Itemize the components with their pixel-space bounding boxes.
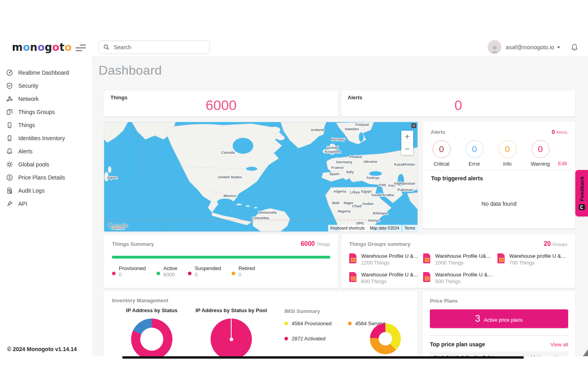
alerts-edit-link[interactable]: Edit <box>558 160 567 166</box>
imsi-donut[interactable] <box>370 323 401 354</box>
map-label-france: France <box>331 165 344 170</box>
sim-card-icon <box>349 272 357 284</box>
alert-category-warning[interactable]: 0Warning <box>530 140 551 167</box>
network-icon <box>6 95 13 102</box>
alert-category-info[interactable]: 0Info <box>497 140 518 167</box>
alerts-stat-card[interactable]: Alerts 0 <box>341 91 575 116</box>
zoom-in-button[interactable]: + <box>401 131 413 143</box>
group-count: 1000 Things <box>435 260 493 266</box>
feedback-logo-icon <box>579 204 585 210</box>
api-icon <box>6 200 13 207</box>
map-grid-icon[interactable] <box>411 123 416 130</box>
ip-status-chart-title: IP Address by Status <box>112 307 191 313</box>
alert-categories: 0Critical0Error0Info0Warning <box>431 140 551 167</box>
alert-count-circle: 0 <box>466 140 484 158</box>
things-stat-value: 6000 <box>104 97 338 113</box>
bottom-edge-bar <box>122 356 524 359</box>
group-count: 500 Things <box>435 278 493 284</box>
things-group-item[interactable]: Warehouse Profile U & E (10.0...1200 Thi… <box>349 253 419 266</box>
sim-card-icon <box>497 253 505 265</box>
sidebar-item-audit-logs[interactable]: Audit Logs <box>0 184 92 197</box>
map-label-venezuela: Venezuela <box>259 210 277 214</box>
sidebar-item-security[interactable]: Security <box>0 79 92 92</box>
search-input[interactable] <box>113 44 205 51</box>
alert-category-critical[interactable]: 0Critical <box>431 140 452 167</box>
view-all-link[interactable]: View all <box>550 342 568 348</box>
monogoto-logo[interactable]: monogoto <box>12 42 72 52</box>
legend-dot <box>232 272 235 275</box>
divider <box>430 335 568 336</box>
sidebar-item-things-groups[interactable]: Things Groups <box>0 105 92 118</box>
sidebar-item-label: Things Groups <box>18 109 55 115</box>
map-attribution-terms[interactable]: Terms <box>402 225 418 232</box>
sidebar-item-label: Global pools <box>18 161 49 168</box>
sidebar-item-api[interactable]: API <box>0 197 92 210</box>
ip-status-donut[interactable] <box>131 319 172 356</box>
groups-grid: Warehouse Profile U & E (10.0...1200 Thi… <box>349 253 567 284</box>
group-name: Warehouse Profile U & E (07.0... <box>435 272 493 278</box>
group-name: Warehouse profile U & B (10.1... <box>509 253 567 259</box>
no-data-text: No data found <box>423 201 575 207</box>
sidebar-item-price-plans-details[interactable]: $Price Plans Details <box>0 171 92 184</box>
map-label-germany: Germany <box>336 160 353 164</box>
imsi-legend-provisioned: 4564 Provisioned <box>284 321 348 326</box>
user-menu[interactable]: asaf@monogoto.io <box>506 44 560 50</box>
feedback-tab[interactable]: Feedback <box>575 170 588 216</box>
map-attribution-keyboard-shortcuts[interactable]: Keyboard shortcuts <box>328 225 367 232</box>
map-canvas[interactable]: JapanCanadaUnited StatesMexicoVenezuelaC… <box>104 122 418 232</box>
alert-category-label: Error <box>464 161 485 167</box>
legend-item-provisioned: Provisioned0 <box>112 265 146 278</box>
map-label-iraq: Iraq <box>379 182 386 187</box>
stats-row: Things 6000 Alerts 0 <box>104 91 575 116</box>
world-map[interactable]: JapanCanadaUnited StatesMexicoVenezuelaC… <box>104 122 418 232</box>
things-group-item[interactable]: Warehouse Profile U&E (30.05...1000 Thin… <box>423 253 493 266</box>
sidebar-item-things[interactable]: Things <box>0 118 92 131</box>
things-group-item[interactable]: Warehouse Profile U & E (07.0...500 Thin… <box>423 272 493 284</box>
ip-pool-pie[interactable] <box>211 319 252 356</box>
things-status-legend: Provisioned0Active6000Suspended0Retired0 <box>112 265 330 278</box>
google-logo: Google <box>108 222 128 230</box>
map-label-saudi-arabia: Saudi Arabia <box>371 193 394 197</box>
sidebar-item-realtime-dashboard[interactable]: Realtime Dashboard <box>0 66 92 79</box>
map-label-pakistan: Pakistan <box>398 187 413 192</box>
map-label-sudan: Sudan <box>362 201 374 206</box>
things-stat-card[interactable]: Things 6000 <box>104 91 338 116</box>
sidebar-item-identities-inventory[interactable]: Identities Inventory <box>0 131 92 145</box>
page-title: Dashboard <box>99 63 581 78</box>
map-label-ukraine: Ukraine <box>364 159 377 164</box>
feedback-label: Feedback <box>579 176 585 201</box>
map-label-t-rkiye: Türkiye <box>366 176 379 180</box>
map-attribution: Keyboard shortcutsMap data ©2024Terms <box>328 225 418 232</box>
legend-dot <box>284 337 288 340</box>
zoom-out-button[interactable]: − <box>401 143 413 155</box>
notifications-bell-icon[interactable] <box>571 43 578 51</box>
ip-pool-chart-title: IP Address by Status by Pool <box>191 307 271 313</box>
sim-card-icon <box>423 253 431 265</box>
map-label-united-states: United States <box>218 175 242 179</box>
legend-item-retired: Retired0 <box>232 265 255 278</box>
things-group-item[interactable]: Warehouse profile U & B (10.1...700 Thin… <box>497 253 567 266</box>
avatar[interactable] <box>487 40 501 54</box>
search-box[interactable] <box>99 41 210 54</box>
menu-toggle-icon[interactable] <box>75 44 86 51</box>
things-group-item[interactable]: Warehouse Profile U & E (29.0...600 Thin… <box>349 272 419 284</box>
sidebar-item-label: Price Plans Details <box>18 174 65 181</box>
sidebar-item-network[interactable]: Network <box>0 92 92 105</box>
gear-icon <box>6 161 13 168</box>
legend-item-active: Active6000 <box>157 265 177 278</box>
price-plan-usage: 33 % <box>530 355 553 356</box>
sidebar-item-alerts[interactable]: Alerts <box>0 145 92 158</box>
sidebar-item-label: Identities Inventory <box>18 135 65 141</box>
divider <box>423 170 575 170</box>
price-plan-view-link[interactable]: View <box>553 355 564 356</box>
alerts-stat-value: 0 <box>341 97 575 113</box>
active-price-plans-button[interactable]: 3 Active price plans <box>430 309 568 328</box>
sidebar-item-global-pools[interactable]: Global pools <box>0 158 92 171</box>
map-label-norway: Norway <box>331 137 345 141</box>
map-label-kenya: Kenya <box>368 218 380 222</box>
sim-card-icon <box>349 253 357 265</box>
ip-status-chart-block: IP Address by Status <box>112 307 191 356</box>
map-zoom-control: + − <box>401 131 413 155</box>
map-label-mexico: Mexico <box>224 193 236 198</box>
alert-category-error[interactable]: 0Error <box>464 140 485 167</box>
